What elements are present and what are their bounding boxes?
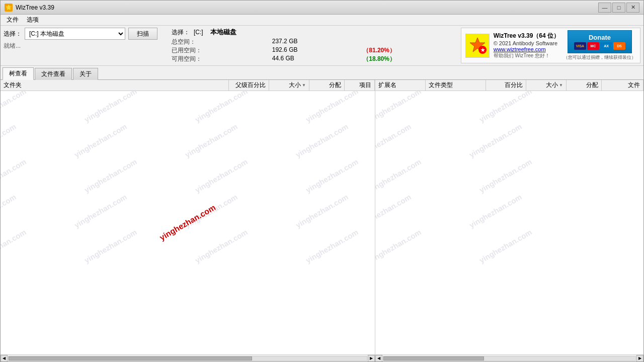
col-header-filetype[interactable]: 文件类型 — [426, 80, 486, 90]
donate-button[interactable]: Donate VISA MC AX DS — [568, 30, 632, 53]
right-scroll-area: ◀ ▶ — [375, 354, 643, 361]
watermark-r: yinghezhan.com — [468, 193, 523, 229]
right-scroll-thumb — [383, 356, 484, 360]
disk-stats: 总空间： 237.2 GB 已用空间： 192.6 GB （81.20%） 可用… — [172, 38, 457, 63]
svg-text:★: ★ — [480, 47, 485, 53]
amex-icon: AX — [600, 42, 612, 50]
mastercard-icon: MC — [587, 42, 599, 50]
watermark-overlay: yinghezhan.com yinghezhan.com yinghezhan… — [1, 91, 375, 354]
watermark-r: yinghezhan.com — [375, 157, 423, 194]
menu-file[interactable]: 文件 — [3, 15, 23, 25]
size-sort-arrow: ▼ — [302, 83, 306, 87]
discover-icon: DS — [613, 42, 625, 50]
watermark-text: yinghezhan.com — [73, 193, 128, 229]
right-h-scrollbar: ◀ ▶ — [375, 354, 643, 361]
free-pct: （18.80%） — [363, 55, 456, 63]
left-scroll-track[interactable] — [8, 356, 367, 361]
tabs-bar: 树查看 文件查看 关于 — [1, 66, 643, 80]
watermark-text: yinghezhan.com — [304, 157, 360, 194]
watermark-r: yinghezhan.com — [375, 193, 413, 229]
tab-tree[interactable]: 树查看 — [3, 67, 34, 80]
right-scroll-track[interactable] — [383, 356, 636, 361]
watermark-r: yinghezhan.com — [375, 91, 423, 124]
center-watermark: yinghezhan.com — [158, 203, 217, 242]
bottom-scrollbar-area: ◀ ▶ ◀ ▶ — [1, 354, 643, 361]
maximize-button[interactable]: □ — [612, 3, 625, 13]
col-header-alloc-r[interactable]: 分配 — [567, 80, 602, 90]
watermark-text: yinghezhan.com — [184, 193, 239, 229]
col-header-alloc[interactable]: 分配 — [309, 80, 345, 90]
window-controls: — □ ✕ — [598, 3, 639, 13]
disk-select-label: 选择： — [172, 28, 190, 37]
total-label: 总空间： — [172, 38, 268, 46]
col-header-pct[interactable]: 百分比 — [486, 80, 526, 90]
watermark-text: yinghezhan.com — [304, 91, 360, 124]
watermark-r: yinghezhan.com — [478, 91, 533, 124]
watermark-text: yinghezhan.com — [194, 228, 249, 264]
close-button[interactable]: ✕ — [626, 3, 639, 13]
col-header-size[interactable]: 大小 ▼ — [269, 80, 309, 90]
watermark-text: yinghezhan.com — [294, 193, 350, 229]
right-pane-body: yinghezhan.com yinghezhan.com yinghezhan… — [375, 91, 643, 354]
free-value: 44.6 GB — [272, 55, 359, 63]
watermark-text: yinghezhan.com — [1, 122, 18, 159]
menu-options[interactable]: 选项 — [23, 15, 43, 25]
drive-controls: 选择： [C:] 本地磁盘[D:] 数据磁盘 扫描 就绪... — [4, 28, 157, 63]
about-website[interactable]: www.wiztreefree.com — [494, 46, 559, 52]
free-label: 可用空间： — [172, 55, 268, 63]
left-h-scrollbar: ◀ ▶ — [1, 354, 375, 361]
col-header-files[interactable]: 文件 — [602, 80, 643, 90]
disk-name: 本地磁盘 — [210, 28, 236, 37]
col-header-ext[interactable]: 扩展名 — [375, 80, 426, 90]
right-pane: 扩展名 文件类型 百分比 大小 ▼ 分配 文件 — [375, 80, 643, 354]
disk-info-panel: 选择： [C:] 本地磁盘 总空间： 237.2 GB 已用空间： 192.6 … — [162, 28, 457, 63]
watermark-r: yinghezhan.com — [468, 122, 523, 159]
right-scroll-left-arrow[interactable]: ◀ — [375, 355, 382, 362]
watermark-text: yinghezhan.com — [83, 228, 138, 264]
used-label: 已用空间： — [172, 46, 268, 55]
used-value: 192.6 GB — [272, 46, 359, 55]
right-scroll-right-arrow[interactable]: ▶ — [636, 355, 643, 362]
col-header-parent-pct[interactable]: 父级百分比 — [229, 80, 269, 90]
watermark-r: yinghezhan.com — [375, 122, 413, 159]
scan-button[interactable]: 扫描 — [128, 28, 157, 40]
left-pane-body: yinghezhan.com yinghezhan.com yinghezhan… — [1, 91, 375, 354]
right-pane-header: 扩展名 文件类型 百分比 大小 ▼ 分配 文件 — [375, 80, 643, 91]
total-value: 237.2 GB — [272, 38, 359, 46]
watermark-r: yinghezhan.com — [375, 228, 423, 264]
used-pct: （81.20%） — [363, 46, 456, 55]
watermark-text: yinghezhan.com — [184, 122, 239, 159]
left-scroll-area: ◀ ▶ — [1, 354, 375, 361]
watermark-text: yinghezhan.com — [73, 122, 128, 159]
watermark-text: yinghezhan.com — [194, 91, 249, 124]
watermark-r: yinghezhan.com — [478, 157, 533, 194]
watermark-text: yinghezhan.com — [194, 157, 249, 194]
col-header-size-r[interactable]: 大小 ▼ — [526, 80, 567, 90]
left-pane: 文件夹 父级百分比 大小 ▼ 分配 项目 — [1, 80, 375, 354]
col-header-items[interactable]: 项目 — [345, 80, 375, 90]
col-header-folder[interactable]: 文件夹 — [1, 80, 229, 90]
visa-icon: VISA — [574, 42, 586, 50]
about-title: WizTree v3.39（64 位） — [494, 32, 559, 40]
scroll-left-arrow[interactable]: ◀ — [1, 355, 8, 362]
about-tagline: 帮助我们 WizTree 您好！ — [494, 52, 559, 59]
app-icon: 🌟 — [5, 4, 13, 12]
title-bar-left: 🌟 WizTree v3.39 — [5, 4, 54, 12]
top-section: 选择： [C:] 本地磁盘[D:] 数据磁盘 扫描 就绪... 选择： [C:]… — [1, 26, 643, 66]
disk-letter: [C:] — [194, 29, 203, 36]
payment-cards: VISA MC AX DS — [574, 42, 625, 50]
drive-dropdown[interactable]: [C:] 本地磁盘[D:] 数据磁盘 — [25, 28, 125, 40]
watermark-text: yinghezhan.com — [1, 157, 28, 194]
main-content: 文件夹 父级百分比 大小 ▼ 分配 项目 — [1, 80, 643, 354]
minimize-button[interactable]: — — [598, 3, 611, 13]
left-scroll-thumb — [9, 356, 252, 360]
tab-file[interactable]: 文件查看 — [35, 68, 72, 80]
scroll-right-arrow[interactable]: ▶ — [368, 355, 375, 362]
watermark-text: yinghezhan.com — [1, 91, 28, 124]
tab-about[interactable]: 关于 — [73, 68, 98, 80]
watermark-text: yinghezhan.com — [304, 228, 360, 264]
watermark-text: yinghezhan.com — [294, 122, 350, 159]
status-row: 就绪... — [4, 42, 157, 50]
watermark-text: yinghezhan.com — [83, 157, 138, 194]
about-text: WizTree v3.39（64 位） © 2021 Antibody Soft… — [494, 32, 559, 59]
